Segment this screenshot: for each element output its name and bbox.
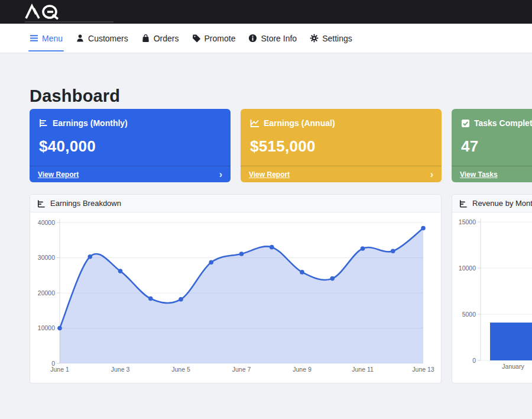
revenue-by-month-chart: 050001000015000January (452, 212, 532, 383)
card-value: $40,000 (39, 137, 221, 156)
logo-underline (25, 21, 113, 22)
revenue-by-month-header: Revenue by Month (452, 195, 532, 212)
card-footer: View Report › (241, 166, 442, 182)
card-value: 47 (461, 137, 532, 156)
svg-text:10000: 10000 (38, 324, 55, 331)
nav-item-label: Orders (154, 34, 179, 43)
nav-item-orders[interactable]: Orders (141, 24, 179, 53)
hamburger-icon (30, 34, 38, 43)
earnings-breakdown-header: Earnings Breakdown (30, 195, 441, 212)
line-graph-icon (250, 118, 259, 128)
main-nav: Menu Customers Orders Promote Store Info (0, 24, 532, 53)
summary-cards-row: Earnings (Monthly) $40,000 View Report ›… (30, 109, 532, 182)
card-title: Earnings (Annual) (264, 118, 335, 128)
svg-text:January: January (502, 363, 524, 370)
chevron-right-icon: › (430, 170, 433, 179)
revenue-by-month-card: Revenue by Month 050001000015000January (452, 194, 532, 383)
nav-item-label: Customers (88, 34, 128, 43)
svg-text:5000: 5000 (462, 311, 476, 318)
svg-text:30000: 30000 (38, 254, 55, 261)
chart-card-title: Earnings Breakdown (50, 199, 121, 208)
card-title: Earnings (Monthly) (53, 118, 128, 128)
person-icon (76, 34, 85, 43)
topbar (0, 0, 532, 24)
svg-text:40000: 40000 (38, 219, 55, 226)
svg-text:June 5: June 5 (171, 366, 190, 373)
earnings-breakdown-card: Earnings Breakdown 010000200003000040000… (30, 194, 442, 383)
svg-text:June 11: June 11 (352, 366, 374, 373)
card-footer: View Tasks › (452, 166, 532, 182)
svg-text:20000: 20000 (38, 289, 55, 296)
chevron-right-icon: › (219, 170, 222, 179)
page-title: Dashboard (30, 86, 120, 106)
chart-card-title: Revenue by Month (472, 199, 532, 208)
nav-item-promote[interactable]: Promote (192, 24, 236, 53)
bar-levels-icon (459, 199, 468, 208)
earnings-breakdown-chart: 010000200003000040000June 1June 3June 5J… (30, 212, 442, 383)
svg-text:June 3: June 3 (111, 366, 130, 373)
check-square-icon (461, 119, 470, 128)
bag-icon (141, 34, 150, 43)
charts-row: Earnings Breakdown 010000200003000040000… (30, 194, 532, 383)
tag-icon (192, 34, 201, 43)
card-earnings-annual: Earnings (Annual) $515,000 View Report › (241, 109, 442, 182)
card-value: $515,000 (250, 137, 432, 156)
nav-item-label: Settings (322, 34, 352, 43)
nav-item-store-info[interactable]: Store Info (248, 24, 297, 53)
nav-item-label: Promote (205, 34, 236, 43)
view-report-link[interactable]: View Report (249, 170, 290, 179)
svg-text:June 7: June 7 (232, 366, 251, 373)
nav-item-menu[interactable]: Menu (30, 24, 63, 53)
card-earnings-monthly: Earnings (Monthly) $40,000 View Report › (30, 109, 231, 182)
bar-levels-icon (39, 118, 48, 128)
info-icon (248, 34, 257, 43)
svg-text:0: 0 (472, 357, 476, 364)
nav-item-settings[interactable]: Settings (310, 24, 352, 53)
bar-levels-icon (37, 199, 46, 208)
svg-text:June 9: June 9 (293, 366, 312, 373)
gear-icon (310, 34, 319, 43)
svg-text:June 13: June 13 (412, 366, 434, 373)
view-tasks-link[interactable]: View Tasks (460, 170, 498, 179)
active-tab-underline (28, 50, 64, 51)
nav-item-customers[interactable]: Customers (76, 24, 128, 53)
svg-text:15000: 15000 (459, 218, 476, 225)
svg-text:10000: 10000 (459, 265, 476, 272)
card-tasks-completed: Tasks Completed 47 View Tasks › (452, 109, 532, 182)
card-footer: View Report › (30, 166, 231, 182)
svg-text:June 1: June 1 (50, 366, 69, 373)
nav-item-label: Store Info (261, 34, 297, 43)
brand-logo (24, 4, 80, 20)
view-report-link[interactable]: View Report (38, 170, 79, 179)
card-title: Tasks Completed (474, 118, 532, 128)
nav-item-label: Menu (42, 34, 63, 43)
